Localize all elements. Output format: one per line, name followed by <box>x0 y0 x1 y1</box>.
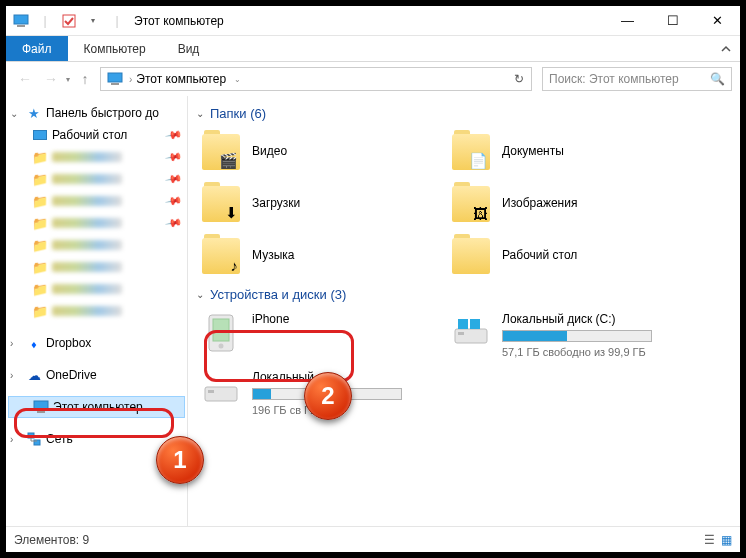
folder-icon: 📁 <box>32 259 48 275</box>
content-area[interactable]: ⌄ Папки (6) 🎬Видео📄Документы⬇Загрузки🖼Из… <box>188 96 740 526</box>
device-c-drive[interactable]: Локальный диск (C:) 57,1 ГБ свободно из … <box>446 306 696 364</box>
svg-rect-2 <box>63 15 75 27</box>
ribbon-tab-view[interactable]: Вид <box>162 36 216 61</box>
nav-up-button[interactable]: ↑ <box>74 68 96 90</box>
tree-this-pc[interactable]: Этот компьютер <box>8 396 185 418</box>
svg-rect-14 <box>458 319 468 329</box>
svg-rect-5 <box>34 401 48 410</box>
address-bar[interactable]: › Этот компьютер ⌄ ↻ <box>100 67 532 91</box>
pin-icon: 📌 <box>165 170 184 189</box>
tree-label: Рабочий стол <box>52 128 127 142</box>
tree-recent-item[interactable]: 📁 <box>6 300 187 322</box>
device-iphone[interactable]: iPhone <box>196 306 446 364</box>
system-icon[interactable] <box>10 10 32 32</box>
address-dropdown[interactable]: ⌄ <box>230 75 245 84</box>
ribbon-tab-file[interactable]: Файл <box>6 36 68 61</box>
folder-icon: ⬇ <box>200 182 242 224</box>
tree-label: OneDrive <box>46 368 97 382</box>
tree-desktop[interactable]: Рабочий стол 📌 <box>6 124 187 146</box>
nav-back-button[interactable]: ← <box>14 68 36 90</box>
qat-dropdown[interactable]: ▾ <box>82 10 104 32</box>
nav-history-dropdown[interactable]: ▾ <box>66 75 70 84</box>
tree-recent-item[interactable]: 📁 <box>6 278 187 300</box>
pc-icon <box>107 72 125 86</box>
folder-item-музыка[interactable]: ♪Музыка <box>196 229 446 281</box>
tree-label: Панель быстрого до <box>46 106 159 120</box>
svg-rect-3 <box>108 73 122 82</box>
tree-recent-item[interactable]: 📁 <box>6 234 187 256</box>
search-input[interactable]: Поиск: Этот компьютер 🔍 <box>542 67 732 91</box>
folder-icon: 🖼 <box>450 182 492 224</box>
tree-recent-item[interactable]: 📁 <box>6 256 187 278</box>
minimize-button[interactable]: — <box>605 6 650 36</box>
ribbon-tab-computer[interactable]: Компьютер <box>68 36 162 61</box>
folder-icon: ♪ <box>200 234 242 276</box>
tree-pinned-item[interactable]: 📁📌 <box>6 168 187 190</box>
tree-onedrive[interactable]: › ☁ OneDrive <box>6 364 187 386</box>
tree-dropbox[interactable]: › ⬧ Dropbox <box>6 332 187 354</box>
section-title: Папки (6) <box>210 106 266 121</box>
chevron-down-icon[interactable]: ⌄ <box>196 108 204 119</box>
folder-item-загрузки[interactable]: ⬇Загрузки <box>196 177 446 229</box>
chevron-right-icon[interactable]: › <box>10 338 22 349</box>
view-tiles-button[interactable]: ▦ <box>721 533 732 547</box>
folder-item-изображения[interactable]: 🖼Изображения <box>446 177 696 229</box>
tree-network[interactable]: › Сеть <box>6 428 187 450</box>
svg-rect-17 <box>208 390 214 393</box>
folder-item-рабочий стол[interactable]: Рабочий стол <box>446 229 696 281</box>
folder-icon <box>450 234 492 276</box>
svg-rect-16 <box>205 387 237 401</box>
refresh-button[interactable]: ↻ <box>509 72 529 86</box>
tree-quick-access[interactable]: ⌄ ★ Панель быстрого до <box>6 102 187 124</box>
device-sub: 196 ГБ св ГБ <box>252 404 402 416</box>
navigation-pane[interactable]: ⌄ ★ Панель быстрого до Рабочий стол 📌 📁📌… <box>6 96 188 526</box>
tree-pinned-item[interactable]: 📁📌 <box>6 190 187 212</box>
ribbon-expand-icon[interactable] <box>712 36 740 61</box>
view-details-button[interactable]: ☰ <box>704 533 715 547</box>
usage-bar <box>502 330 652 342</box>
drive-icon <box>450 312 492 354</box>
svg-rect-15 <box>470 319 480 329</box>
drive-icon <box>200 370 242 412</box>
section-devices-header[interactable]: ⌄ Устройства и диски (3) <box>196 281 732 306</box>
folder-label: Музыка <box>252 248 294 262</box>
qat-separator-2: | <box>106 10 128 32</box>
svg-point-11 <box>219 344 224 349</box>
pin-icon: 📌 <box>165 214 184 233</box>
device-icon <box>200 312 242 354</box>
device-label: Локальный диск (C:) <box>502 312 652 326</box>
device-sub: 57,1 ГБ свободно из 99,9 ГБ <box>502 346 652 358</box>
svg-rect-0 <box>14 15 28 24</box>
folder-label: Загрузки <box>252 196 300 210</box>
section-folders-header[interactable]: ⌄ Папки (6) <box>196 100 732 125</box>
svg-rect-4 <box>111 83 119 85</box>
blurred-label <box>52 284 122 294</box>
chevron-right-icon[interactable]: › <box>10 370 22 381</box>
chevron-right-icon[interactable]: › <box>10 434 22 445</box>
chevron-down-icon[interactable]: ⌄ <box>196 289 204 300</box>
tree-label: Этот компьютер <box>53 400 143 414</box>
svg-rect-10 <box>213 319 229 341</box>
folder-icon: 📁 <box>32 171 48 187</box>
nav-forward-button[interactable]: → <box>40 68 62 90</box>
tree-pinned-item[interactable]: 📁📌 <box>6 146 187 168</box>
tree-pinned-item[interactable]: 📁📌 <box>6 212 187 234</box>
folder-icon: 📄 <box>450 130 492 172</box>
search-placeholder: Поиск: Этот компьютер <box>549 72 679 86</box>
folder-item-документы[interactable]: 📄Документы <box>446 125 696 177</box>
svg-rect-1 <box>17 25 25 27</box>
qat-separator: | <box>34 10 56 32</box>
device-label: Локальный <box>252 370 402 384</box>
qat-properties[interactable] <box>58 10 80 32</box>
blurred-label <box>52 218 122 228</box>
device-d-drive[interactable]: Локальный 196 ГБ св ГБ <box>196 364 446 422</box>
close-button[interactable]: ✕ <box>695 6 740 36</box>
device-label: iPhone <box>252 312 289 326</box>
folder-icon: 📁 <box>32 303 48 319</box>
blurred-label <box>52 174 122 184</box>
chevron-down-icon[interactable]: ⌄ <box>10 108 22 119</box>
breadcrumb-this-pc[interactable]: Этот компьютер <box>132 72 230 86</box>
folder-item-видео[interactable]: 🎬Видео <box>196 125 446 177</box>
maximize-button[interactable]: ☐ <box>650 6 695 36</box>
search-icon: 🔍 <box>710 72 725 86</box>
